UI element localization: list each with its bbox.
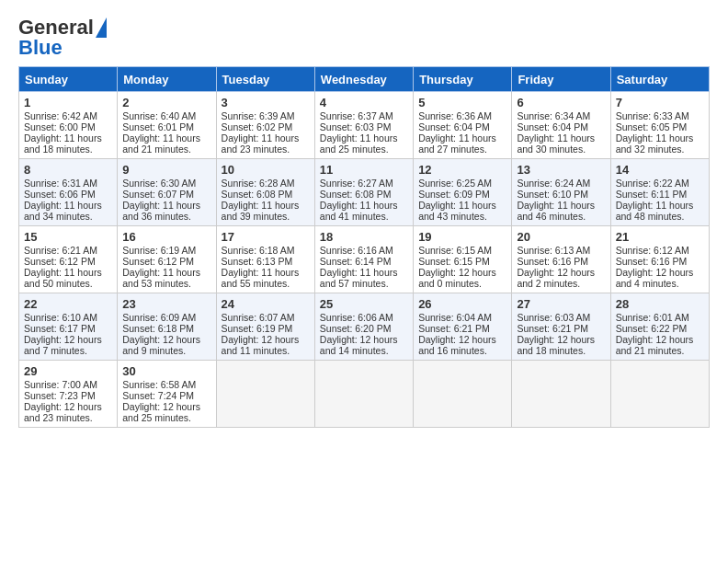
- sunset-text: Sunset: 6:14 PM: [320, 256, 392, 267]
- day-number: 12: [418, 163, 506, 177]
- sunset-text: Sunset: 6:21 PM: [418, 323, 490, 334]
- day-number: 9: [122, 163, 210, 177]
- daylight-text: Daylight: 11 hours and 32 minutes.: [616, 132, 694, 155]
- daylight-text: Daylight: 11 hours and 39 minutes.: [222, 200, 300, 222]
- day-number: 14: [616, 163, 704, 177]
- daylight-text: Daylight: 12 hours and 25 minutes.: [122, 401, 200, 423]
- daylight-text: Daylight: 11 hours and 53 minutes.: [122, 267, 200, 289]
- sunrise-text: Sunrise: 6:12 AM: [616, 245, 689, 256]
- calendar-cell: 16Sunrise: 6:19 AMSunset: 6:12 PMDayligh…: [118, 226, 216, 293]
- daylight-text: Daylight: 12 hours and 18 minutes.: [517, 334, 595, 356]
- calendar-cell: [216, 361, 314, 428]
- calendar-cell: 13Sunrise: 6:24 AMSunset: 6:10 PMDayligh…: [512, 159, 610, 226]
- sunset-text: Sunset: 6:11 PM: [616, 189, 688, 200]
- daylight-text: Daylight: 11 hours and 21 minutes.: [122, 132, 200, 155]
- day-number: 28: [616, 297, 704, 311]
- day-number: 20: [517, 230, 605, 244]
- calendar-cell: [414, 361, 512, 428]
- weekday-header-thursday: Thursday: [414, 67, 512, 92]
- calendar-cell: 25Sunrise: 6:06 AMSunset: 6:20 PMDayligh…: [314, 293, 413, 361]
- calendar-cell: 20Sunrise: 6:13 AMSunset: 6:16 PMDayligh…: [512, 226, 610, 293]
- sunrise-text: Sunrise: 6:18 AM: [222, 245, 295, 256]
- sunset-text: Sunset: 6:16 PM: [616, 256, 688, 267]
- day-number: 6: [517, 96, 605, 109]
- calendar-cell: 30Sunrise: 6:58 AMSunset: 7:24 PMDayligh…: [118, 361, 216, 428]
- sunrise-text: Sunrise: 6:27 AM: [320, 178, 393, 189]
- calendar-cell: 10Sunrise: 6:28 AMSunset: 6:08 PMDayligh…: [216, 159, 314, 226]
- daylight-text: Daylight: 11 hours and 23 minutes.: [222, 132, 300, 155]
- sunset-text: Sunset: 6:15 PM: [418, 256, 490, 267]
- weekday-header-tuesday: Tuesday: [216, 67, 314, 92]
- day-number: 18: [320, 230, 408, 244]
- sunset-text: Sunset: 6:01 PM: [122, 121, 194, 132]
- day-number: 26: [418, 297, 506, 311]
- calendar-week-row: 8Sunrise: 6:31 AMSunset: 6:06 PMDaylight…: [19, 159, 710, 226]
- weekday-header-monday: Monday: [118, 67, 216, 92]
- day-number: 16: [122, 230, 210, 244]
- sunrise-text: Sunrise: 6:04 AM: [418, 312, 492, 323]
- daylight-text: Daylight: 12 hours and 2 minutes.: [517, 267, 595, 289]
- sunrise-text: Sunrise: 6:34 AM: [517, 110, 590, 121]
- calendar-week-row: 15Sunrise: 6:21 AMSunset: 6:12 PMDayligh…: [19, 226, 710, 293]
- logo-blue: Blue: [18, 37, 63, 59]
- calendar-cell: [512, 361, 610, 428]
- sunset-text: Sunset: 6:00 PM: [24, 121, 96, 132]
- daylight-text: Daylight: 11 hours and 50 minutes.: [24, 267, 102, 289]
- page: General Blue SundayMondayTuesdayWednesda…: [0, 0, 728, 444]
- sunset-text: Sunset: 6:20 PM: [320, 323, 392, 334]
- day-number: 2: [122, 96, 210, 109]
- sunset-text: Sunset: 6:19 PM: [222, 323, 293, 334]
- sunrise-text: Sunrise: 6:16 AM: [320, 245, 393, 256]
- daylight-text: Daylight: 12 hours and 9 minutes.: [122, 334, 200, 356]
- sunrise-text: Sunrise: 6:13 AM: [517, 245, 590, 256]
- sunrise-text: Sunrise: 6:22 AM: [616, 178, 689, 189]
- calendar-cell: 12Sunrise: 6:25 AMSunset: 6:09 PMDayligh…: [414, 159, 512, 226]
- sunset-text: Sunset: 6:02 PM: [222, 121, 293, 132]
- sunrise-text: Sunrise: 6:25 AM: [418, 178, 492, 189]
- sunset-text: Sunset: 6:09 PM: [418, 189, 490, 200]
- daylight-text: Daylight: 12 hours and 4 minutes.: [616, 267, 694, 289]
- daylight-text: Daylight: 11 hours and 57 minutes.: [320, 267, 398, 289]
- calendar-cell: 8Sunrise: 6:31 AMSunset: 6:06 PMDaylight…: [19, 159, 118, 226]
- sunrise-text: Sunrise: 6:21 AM: [24, 245, 97, 256]
- day-number: 13: [517, 163, 605, 177]
- sunrise-text: Sunrise: 7:00 AM: [24, 379, 97, 390]
- day-number: 11: [320, 163, 408, 177]
- calendar-cell: 24Sunrise: 6:07 AMSunset: 6:19 PMDayligh…: [216, 293, 314, 361]
- calendar-table: SundayMondayTuesdayWednesdayThursdayFrid…: [18, 66, 710, 428]
- daylight-text: Daylight: 12 hours and 14 minutes.: [320, 334, 398, 356]
- daylight-text: Daylight: 12 hours and 21 minutes.: [616, 334, 694, 356]
- daylight-text: Daylight: 11 hours and 41 minutes.: [320, 200, 398, 222]
- day-number: 29: [24, 364, 112, 378]
- daylight-text: Daylight: 12 hours and 7 minutes.: [24, 334, 102, 356]
- sunset-text: Sunset: 6:07 PM: [122, 189, 194, 200]
- calendar-week-row: 22Sunrise: 6:10 AMSunset: 6:17 PMDayligh…: [19, 293, 710, 361]
- calendar-cell: [314, 361, 413, 428]
- day-number: 3: [222, 96, 310, 109]
- daylight-text: Daylight: 12 hours and 23 minutes.: [24, 401, 102, 423]
- sunset-text: Sunset: 6:12 PM: [24, 256, 96, 267]
- weekday-header-friday: Friday: [512, 67, 610, 92]
- daylight-text: Daylight: 11 hours and 18 minutes.: [24, 132, 102, 155]
- sunset-text: Sunset: 6:16 PM: [517, 256, 588, 267]
- calendar-cell: 6Sunrise: 6:34 AMSunset: 6:04 PMDaylight…: [512, 92, 610, 159]
- calendar-cell: 2Sunrise: 6:40 AMSunset: 6:01 PMDaylight…: [118, 92, 216, 159]
- sunset-text: Sunset: 6:10 PM: [517, 189, 588, 200]
- sunrise-text: Sunrise: 6:03 AM: [517, 312, 590, 323]
- calendar-cell: 7Sunrise: 6:33 AMSunset: 6:05 PMDaylight…: [610, 92, 709, 159]
- weekday-header-wednesday: Wednesday: [314, 67, 413, 92]
- weekday-header-sunday: Sunday: [19, 67, 118, 92]
- sunrise-text: Sunrise: 6:31 AM: [24, 178, 97, 189]
- daylight-text: Daylight: 11 hours and 48 minutes.: [616, 200, 694, 222]
- logo: General Blue: [18, 17, 107, 59]
- sunrise-text: Sunrise: 6:10 AM: [24, 312, 97, 323]
- sunrise-text: Sunrise: 6:01 AM: [616, 312, 689, 323]
- calendar-cell: [610, 361, 709, 428]
- calendar-cell: 27Sunrise: 6:03 AMSunset: 6:21 PMDayligh…: [512, 293, 610, 361]
- calendar-cell: 5Sunrise: 6:36 AMSunset: 6:04 PMDaylight…: [414, 92, 512, 159]
- sunrise-text: Sunrise: 6:07 AM: [222, 312, 295, 323]
- sunset-text: Sunset: 6:04 PM: [517, 121, 588, 132]
- sunset-text: Sunset: 7:23 PM: [24, 390, 96, 401]
- day-number: 1: [24, 96, 112, 109]
- daylight-text: Daylight: 11 hours and 25 minutes.: [320, 132, 398, 155]
